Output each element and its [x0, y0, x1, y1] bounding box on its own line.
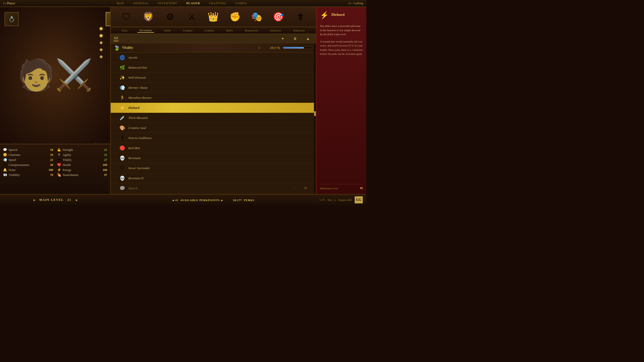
- perk-row-never-surrender[interactable]: 🛡 Never Surrender: [111, 163, 316, 173]
- tab-icon-sidekicks[interactable]: 🗡: [293, 9, 308, 24]
- balanced-diet-name: Balanced Diet: [128, 66, 313, 70]
- sort-az[interactable]: AZ: [114, 36, 118, 41]
- tab-icon-combos[interactable]: 👑: [206, 9, 221, 24]
- nav-codex[interactable]: CODEX: [234, 1, 248, 6]
- charisma-value: 19: [46, 153, 53, 157]
- ascetic-name: Ascetic: [128, 56, 313, 60]
- vitality-section-title: Vitality: [122, 46, 248, 50]
- vitality-base-level: 4: [258, 46, 260, 50]
- filter-crown-icon[interactable]: ♛: [290, 35, 300, 42]
- tab-icons-row: 🛡 🦁 ⚙ ⚔ 👑 ✊ 🎭 🎯 🗡: [111, 7, 316, 27]
- speed-icon: 💨: [3, 158, 7, 162]
- perk-detail-flavor: You either have a powerful advocate in t…: [320, 24, 363, 36]
- bottom-center: ◆ 41 AVAILABLE PERKPOINTS ◆ 58/277 PERKS: [111, 198, 316, 202]
- perk-row-well-dressed[interactable]: ✨ Well-Dressed: [111, 73, 316, 83]
- tab-label-sidekicks[interactable]: Sidekicks: [291, 28, 307, 32]
- perk-row-next-to-godliness[interactable]: ✝ Next to Godliness: [111, 133, 316, 143]
- creative-soul-name: Creative Soul: [128, 126, 313, 130]
- tab-label-skills[interactable]: Skills: [162, 28, 173, 32]
- vitality-progress-bar: [283, 47, 313, 49]
- nav-inventory[interactable]: INVENTORY: [156, 1, 179, 6]
- energy-icon: ⚡: [57, 168, 61, 172]
- perk-row-speech[interactable]: 💬 Speech 1 10: [111, 183, 316, 193]
- revenant-ii-name: Revenant II: [128, 176, 313, 180]
- nav-map[interactable]: MAP: [115, 1, 126, 6]
- perk-row-balanced-diet[interactable]: 🌿 Balanced Diet: [111, 63, 316, 73]
- vitality-label: Vitality: [63, 158, 99, 162]
- tab-icon-combat[interactable]: ⚔: [184, 9, 199, 24]
- charisma-icon: 😊: [3, 153, 7, 157]
- ring-slot[interactable]: 💍: [5, 12, 19, 26]
- scroll-thumb[interactable]: [314, 111, 316, 116]
- perk-detail-icon: ⚡: [320, 11, 329, 19]
- tab-icon-reputation[interactable]: 🎭: [249, 9, 264, 24]
- trinket-slot[interactable]: ✨: [106, 12, 111, 26]
- strength-label: Strength: [63, 148, 99, 152]
- tab-icon-stats[interactable]: 🛡: [119, 9, 134, 24]
- vitality-current-value: 24 (+3): [270, 46, 280, 50]
- next-to-godliness-icon: ✝: [119, 135, 126, 141]
- perk-detail-title: Diehard: [331, 13, 345, 17]
- strength-icon: 💪: [57, 148, 61, 152]
- perk-row-hermes-haste[interactable]: 💨 Hermes' Haste: [111, 83, 316, 93]
- tab-label-secondary[interactable]: Secondary: [137, 28, 154, 33]
- noise-label: Noise: [9, 168, 45, 172]
- tab-label-stats[interactable]: Stats: [120, 28, 130, 32]
- nav-center: MAP JOURNAL INVENTORY PLAYER CRAFTING CO…: [18, 1, 345, 6]
- filter-gear-icon[interactable]: ✦: [278, 35, 287, 42]
- energy-label: Energy: [63, 168, 99, 172]
- nav-journal[interactable]: JOURNAL: [132, 1, 150, 6]
- perk-row-creative-soul[interactable]: 🎨 Creative Soul: [111, 123, 316, 133]
- perk-row-diehard[interactable]: ⚡ Diehard: [111, 103, 316, 113]
- nav-left: L2 Player: [0, 2, 18, 5]
- bottom-left: ◆ MAIN LEVEL 21 ◆: [0, 198, 111, 202]
- perk-row-red-mist[interactable]: 🔴 Red Mist: [111, 143, 316, 153]
- gamer-guides-logo: GG: [355, 196, 363, 203]
- visibility-value: 70: [46, 173, 53, 177]
- tab-label-statistics[interactable]: Statistics: [268, 28, 283, 32]
- tab-icon-statistics[interactable]: 🎯: [271, 9, 286, 24]
- tab-icon-secondary[interactable]: 🦁: [141, 9, 156, 24]
- stat-row-vitality: ❤ Vitality 27: [57, 157, 107, 162]
- nav-player-tab[interactable]: PLAYER: [185, 1, 202, 6]
- crafting-label: Crafting: [353, 2, 363, 5]
- tab-label-combat[interactable]: Combat: [181, 28, 195, 32]
- filter-row: AZ ✦ ♛ ▲: [111, 34, 316, 43]
- thick-blooded-icon: 💉: [119, 115, 126, 121]
- balanced-diet-icon: 🌿: [119, 65, 126, 70]
- perk-detail-header: ⚡ Diehard: [320, 11, 363, 21]
- stat-arrows: [100, 27, 103, 58]
- stat-row-agility: 🏃 Agility 21: [57, 152, 107, 157]
- tab-label-combos[interactable]: Combos: [202, 28, 216, 32]
- perk-row-revenant-ii[interactable]: 💀 Revenant II: [111, 173, 316, 183]
- speech-perk-icon: 💬: [119, 186, 126, 191]
- nourishment-icon: 🍖: [57, 173, 61, 177]
- tab-label-reputation[interactable]: Reputation: [243, 28, 260, 32]
- agility-label: Agility: [63, 153, 99, 157]
- agility-icon: 🏃: [57, 153, 61, 157]
- stat-row-health: ❤️ Health 100: [57, 162, 107, 167]
- creative-soul-icon: 🎨: [119, 125, 126, 131]
- perk-row-revenant[interactable]: 💀 Revenant: [111, 153, 316, 163]
- speed-label: Speed: [9, 158, 45, 162]
- charisma-label: Charisma: [9, 153, 45, 157]
- perk-row-thick-blooded[interactable]: 💉 Thick-Blooded: [111, 113, 316, 123]
- scroll-bar[interactable]: [314, 43, 316, 194]
- speech-perk-name: Speech: [128, 186, 290, 190]
- speech-perk-level: 1: [290, 186, 298, 190]
- tab-icon-buffs[interactable]: ✊: [227, 9, 243, 24]
- main-level-label: MAIN LEVEL 21: [39, 198, 71, 202]
- health-value: 100: [100, 163, 107, 167]
- change-outfit-label: Change outfit: [338, 199, 352, 201]
- red-mist-icon: 🔴: [119, 145, 126, 151]
- revenant-ii-icon: 💀: [119, 175, 126, 181]
- tab-label-buffs[interactable]: Buffs: [224, 28, 235, 32]
- stat-row-energy: ⚡ Energy 100: [57, 167, 107, 172]
- min-level-value: 16: [360, 186, 363, 190]
- filter-arrow-icon[interactable]: ▲: [303, 35, 313, 42]
- nav-crafting[interactable]: CRAFTING: [208, 1, 228, 6]
- agility-value: 21: [100, 153, 107, 157]
- perk-row-ascetic[interactable]: 🌀 Ascetic: [111, 53, 316, 63]
- tab-icon-skills[interactable]: ⚙: [163, 9, 178, 24]
- perk-row-marathon-runner[interactable]: 🏃 Marathon Runner: [111, 93, 316, 103]
